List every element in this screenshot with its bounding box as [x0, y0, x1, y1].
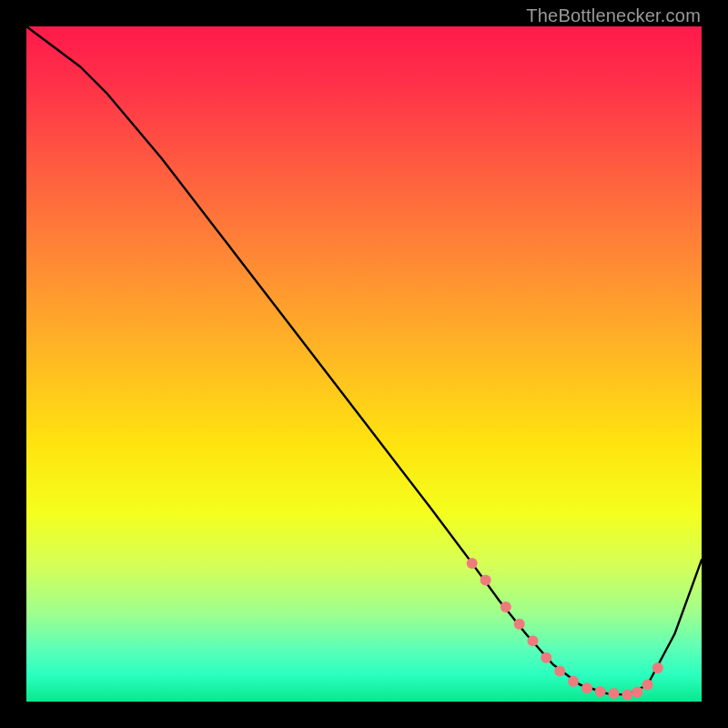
credit-text: TheBottlenecker.com: [526, 5, 701, 26]
highlight-dot: [622, 690, 632, 701]
curve-svg: [26, 26, 702, 702]
highlight-dot: [500, 602, 511, 612]
highlight-dot: [541, 652, 551, 663]
bottleneck-curve: [26, 26, 702, 695]
highlight-dot: [514, 619, 525, 630]
highlight-dot: [632, 687, 643, 698]
highlight-dot: [568, 676, 579, 687]
highlight-dot: [467, 558, 478, 569]
highlight-dot: [609, 688, 620, 699]
highlight-dot: [554, 666, 565, 677]
highlight-dots: [467, 558, 663, 701]
chart-frame: TheBottlenecker.com: [0, 0, 728, 728]
highlight-dot: [652, 662, 663, 673]
plot-area: [26, 26, 702, 702]
highlight-dot: [642, 680, 653, 691]
highlight-dot: [528, 635, 539, 646]
highlight-dot: [581, 682, 592, 693]
highlight-dot: [595, 686, 606, 697]
highlight-dot: [480, 574, 491, 585]
